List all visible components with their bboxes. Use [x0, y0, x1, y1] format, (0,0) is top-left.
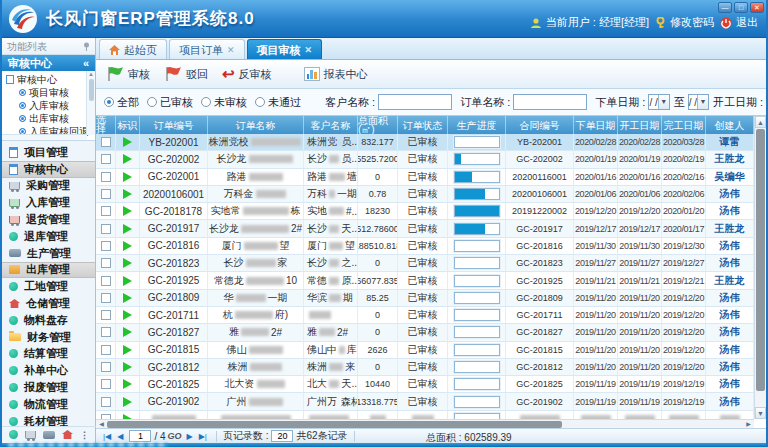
tree-item-入库审核[interactable]: 入库审核 [6, 99, 95, 112]
sidebar-item-报废管理[interactable]: 报废管理 [2, 379, 95, 396]
sidebar-item-结算管理[interactable]: 结算管理 [2, 346, 95, 363]
radio-icon[interactable] [147, 97, 157, 107]
radio-已审核[interactable]: 已审核 [147, 95, 193, 110]
prev-page-button[interactable]: ◀ [117, 432, 123, 441]
radio-icon[interactable] [201, 97, 211, 107]
table-row[interactable]: GC-202001路港路港墙0已审核202001160012020/01/162… [96, 169, 766, 186]
sidebar-item-退库管理[interactable]: 退库管理 [2, 228, 95, 245]
customer-name-input[interactable] [378, 94, 452, 110]
sidebar-item-退货管理[interactable]: 退货管理 [2, 211, 95, 228]
go-button[interactable]: GO [168, 431, 182, 441]
row-checkbox[interactable] [101, 241, 111, 251]
cart-icon[interactable] [25, 431, 36, 439]
sidebar-item-财务管理[interactable]: 财务管理 [2, 329, 95, 346]
table-row[interactable]: GC-201823长沙家长沙之..0已审核GC-2018232019/11/27… [96, 255, 766, 272]
sidebar-item-生产管理[interactable]: 生产管理 [2, 245, 95, 262]
sidebar-item-物流管理[interactable]: 物流管理 [2, 396, 95, 413]
scroll-left-icon[interactable]: ◀ [96, 420, 107, 428]
chevron-down-icon[interactable]: ▼ [697, 95, 708, 109]
sidebar-item-物料盘存[interactable]: 物料盘存 [2, 312, 95, 329]
table-vertical-scrollbar[interactable]: ▲ ▼ [754, 116, 766, 419]
sidebar-item-项目管理[interactable]: 项目管理 [2, 144, 95, 161]
tree-item-出库审核[interactable]: 出库审核 [6, 112, 95, 125]
close-tab-icon[interactable]: ✕ [305, 40, 313, 60]
radio-未审核[interactable]: 未审核 [201, 95, 247, 110]
table-row[interactable]: GC-201917长沙龙2#长沙天..8512.78600..已审核GC-201… [96, 220, 766, 237]
sidebar-item-仓储管理[interactable]: 仓储管理 [2, 295, 95, 312]
row-checkbox[interactable] [101, 137, 111, 147]
scroll-down-icon[interactable]: ▼ [755, 407, 766, 419]
table-row[interactable]: YB-202001株洲党校株洲党员..832.177已审核YB-20200120… [96, 134, 766, 151]
row-checkbox[interactable] [101, 310, 111, 320]
row-checkbox[interactable] [101, 224, 111, 234]
table-horizontal-scrollbar[interactable]: ◀ ▶ [96, 419, 754, 428]
报表中心-button[interactable]: 报表中心 [304, 67, 368, 82]
scroll-up-icon[interactable]: ▲ [755, 116, 766, 128]
tab-项目订单[interactable]: 项目订单✕ [169, 39, 245, 59]
sidebar-item-工地管理[interactable]: 工地管理 [2, 278, 95, 295]
column-header-总面积(㎡)[interactable]: 总面积(㎡) [358, 116, 398, 134]
row-checkbox[interactable] [101, 345, 111, 355]
row-checkbox[interactable] [101, 206, 111, 216]
审核-button[interactable]: 审核 [106, 66, 150, 82]
table-row[interactable] [96, 411, 766, 419]
tree-item-项目审核[interactable]: 项目审核 [6, 86, 95, 99]
row-checkbox[interactable] [101, 327, 111, 337]
table-row[interactable]: 20200106001万科金万科一期0.78已审核202001060012020… [96, 186, 766, 203]
table-row[interactable]: GC-202002长沙龙长沙员..65525.7200..已审核GC-20200… [96, 151, 766, 168]
machine-icon[interactable] [43, 431, 55, 439]
table-row[interactable]: GC-201825北大资北大天..10440已审核GC-2018252019/1… [96, 376, 766, 393]
radio-全部[interactable]: 全部 [104, 95, 139, 110]
column-header-合同编号[interactable]: 合同编号 [506, 116, 574, 134]
sidebar-item-采购管理[interactable]: 采购管理 [2, 178, 95, 195]
row-checkbox[interactable] [101, 154, 111, 164]
radio-未通过[interactable]: 未通过 [255, 95, 301, 110]
column-header-客户名称[interactable]: 客户名称 [304, 116, 358, 134]
驳回-button[interactable]: 驳回 [164, 66, 208, 82]
tab-项目审核[interactable]: 项目审核✕ [247, 39, 323, 59]
table-row[interactable]: GC-201812株洲株洲来0已审核GC-2018122019/11/20201… [96, 359, 766, 376]
house-icon[interactable] [62, 430, 73, 439]
tree-vertical-scrollbar[interactable]: ▲ [86, 71, 95, 135]
row-checkbox[interactable] [101, 258, 111, 268]
column-header-订单编号[interactable]: 订单编号 [140, 116, 208, 134]
dot-icon[interactable] [9, 430, 18, 439]
minimize-button[interactable]: — [718, 2, 732, 13]
order-name-input[interactable] [513, 94, 587, 110]
table-row[interactable]: GC-201827雅2#雅2#0已审核GC-2018272019/11/2020… [96, 324, 766, 341]
row-checkbox[interactable] [101, 362, 111, 372]
row-checkbox[interactable] [101, 172, 111, 182]
column-header-生产进度[interactable]: 生产进度 [448, 116, 506, 134]
page-number-input[interactable] [129, 430, 151, 442]
table-row[interactable]: GC-201809华一期华滨期85.25已审核GC-2018092019/11/… [96, 290, 766, 307]
tree-horizontal-scrollbar[interactable] [2, 134, 87, 140]
pin-icon[interactable] [83, 42, 90, 51]
sidebar-item-入库管理[interactable]: 入库管理 [2, 194, 95, 211]
column-header-创建人[interactable]: 创建人 [706, 116, 754, 134]
column-header-下单日期[interactable]: 下单日期 [574, 116, 618, 134]
change-password-button[interactable]: 修改密码 [655, 15, 714, 30]
sidebar-item-补单中心[interactable]: 补单中心 [2, 362, 95, 379]
tree-root-item[interactable]: 审核中心 [6, 73, 95, 86]
table-row[interactable]: GC-201816厦门望厦门望188510.818已审核GC-201816201… [96, 238, 766, 255]
row-checkbox[interactable] [101, 397, 111, 407]
table-row[interactable]: GC-201925常德龙10常德原..266077.835..已审核GC-201… [96, 272, 766, 289]
next-page-button[interactable]: ▶ [187, 432, 193, 441]
logout-button[interactable]: 退出 [720, 15, 758, 30]
scroll-right-icon[interactable]: ▶ [743, 420, 754, 428]
radio-icon[interactable] [104, 97, 114, 107]
radio-icon[interactable] [255, 97, 265, 107]
sidebar-item-出库管理[interactable]: 出库管理 [2, 262, 95, 279]
horizontal-scroll-thumb[interactable] [107, 421, 562, 428]
close-tab-icon[interactable]: ✕ [227, 40, 235, 60]
chevron-down-icon[interactable]: ▼ [658, 95, 669, 109]
反审核-button[interactable]: ↩反审核 [222, 67, 272, 82]
table-row[interactable]: GC-201902广州广州万森林13318.775已审核GC-201902201… [96, 393, 766, 410]
column-header-订单名称[interactable]: 订单名称 [208, 116, 304, 134]
table-row[interactable]: GC-201815佛山佛山中库2626已审核GC-2018152019/11/2… [96, 342, 766, 359]
first-page-button[interactable]: |◀ [103, 432, 111, 441]
sidebar-item-审核中心[interactable]: 审核中心 [2, 161, 95, 178]
tab-起始页[interactable]: 起始页 [99, 39, 167, 59]
row-checkbox[interactable] [101, 276, 111, 286]
column-header-订单状态[interactable]: 订单状态 [398, 116, 448, 134]
